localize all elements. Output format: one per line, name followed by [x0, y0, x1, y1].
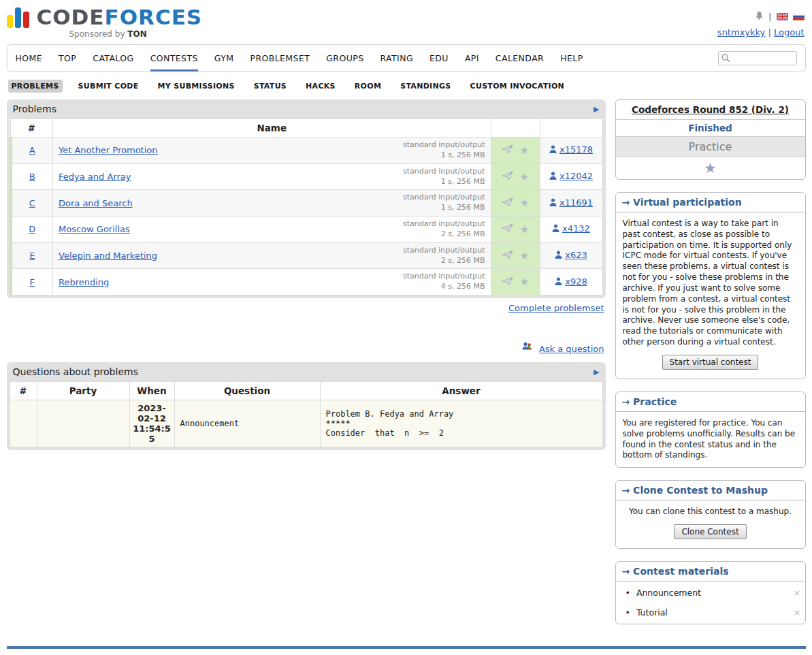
problem-name-link[interactable]: Yet Another Promotion: [59, 145, 157, 155]
col-header-actions: [491, 119, 540, 138]
person-icon: [555, 277, 562, 286]
problem-letter-link[interactable]: D: [29, 224, 35, 234]
logo-bars-icon: [7, 7, 29, 28]
favorite-star-icon[interactable]: ★: [520, 197, 529, 209]
nav-item-groups[interactable]: GROUPS: [326, 45, 363, 71]
nav-item-top[interactable]: TOP: [59, 45, 76, 71]
contest-materials-box: → Contest materials • Announcement × • T…: [615, 561, 806, 624]
search-box: [718, 51, 797, 65]
tab-standings[interactable]: STANDINGS: [397, 80, 454, 93]
codeforces-logo[interactable]: CODEFORCES Sponsored by TON: [7, 7, 203, 39]
problem-name-link[interactable]: Velepin and Marketing: [59, 251, 157, 261]
contest-subnav: PROBLEMS SUBMIT CODE MY SUBMISSIONS STAT…: [8, 80, 805, 93]
virtual-participation-box: → Virtual participation Virtual contest …: [615, 192, 806, 379]
favorite-star-icon[interactable]: ★: [520, 144, 529, 157]
nav-item-problemset[interactable]: PROBLEMSET: [250, 45, 310, 71]
contest-info-box: Codeforces Round 852 (Div. 2) Finished P…: [615, 99, 806, 180]
problems-expand-arrow-icon[interactable]: ▶: [594, 105, 599, 114]
separator: |: [768, 12, 771, 22]
close-icon[interactable]: ×: [794, 607, 801, 618]
contest-title-link[interactable]: Codeforces Round 852 (Div. 2): [632, 104, 789, 115]
favorite-star-icon[interactable]: ★: [520, 250, 529, 262]
person-icon: [552, 224, 559, 233]
nav-item-help[interactable]: HELP: [560, 45, 583, 71]
solved-count-link[interactable]: x15178: [549, 144, 593, 155]
username-link[interactable]: sntmxykky: [717, 27, 765, 37]
problem-letter-link[interactable]: C: [29, 198, 35, 208]
answer-text: Problem B. Fedya and Array ***** Conside…: [320, 400, 602, 447]
material-tutorial-link[interactable]: Tutorial: [636, 607, 668, 618]
bullet-icon: •: [626, 607, 630, 618]
problem-constraints: standard input/output2 s, 256 MB: [403, 246, 485, 266]
favorite-star-icon[interactable]: ★: [520, 223, 529, 236]
nav-item-home[interactable]: HOME: [16, 45, 43, 71]
submit-plane-icon[interactable]: [502, 276, 513, 288]
problem-constraints: standard input/output1 s, 256 MB: [403, 167, 485, 187]
questions-caption: Questions about problems: [13, 366, 138, 377]
person-icon: [555, 251, 562, 259]
questions-expand-arrow-icon[interactable]: ▶: [594, 368, 599, 377]
list-item: • Announcement ×: [624, 583, 802, 603]
problem-letter-link[interactable]: B: [29, 172, 35, 182]
problem-name-link[interactable]: Moscow Gorillas: [59, 224, 130, 234]
favorite-star-icon[interactable]: ★: [520, 171, 529, 183]
nav-item-catalog[interactable]: CATALOG: [93, 45, 133, 71]
ask-question-link[interactable]: Ask a question: [539, 344, 604, 354]
table-row: 2023-02-12 11:54:55 Announcement Problem…: [10, 400, 602, 447]
tab-hacks[interactable]: HACKS: [302, 80, 339, 93]
problem-name-link[interactable]: Dora and Search: [59, 198, 133, 208]
problem-letter-link[interactable]: E: [29, 251, 35, 261]
solved-count-link[interactable]: x623: [555, 250, 587, 260]
flag-ru-icon[interactable]: [793, 13, 805, 20]
contest-favorite-star-icon[interactable]: ★: [704, 160, 717, 176]
nav-item-api[interactable]: API: [465, 45, 479, 71]
nav-item-rating[interactable]: RATING: [380, 45, 413, 71]
header: CODEFORCES Sponsored by TON | sntmxykky …: [7, 4, 806, 44]
flag-en-icon[interactable]: [777, 13, 788, 20]
clone-contest-button[interactable]: Clone Contest: [674, 524, 746, 539]
problem-name-link[interactable]: Fedya and Array: [59, 172, 131, 182]
solved-count-link[interactable]: x11691: [549, 197, 593, 208]
nav-item-calendar[interactable]: CALENDAR: [496, 45, 544, 71]
list-item: • Tutorial ×: [624, 603, 802, 622]
main-nav: HOME TOP CATALOG CONTESTS GYM PROBLEMSET…: [7, 44, 806, 71]
solved-count-link[interactable]: x928: [555, 276, 587, 287]
table-row: E Velepin and Marketing standard input/o…: [11, 242, 603, 269]
start-virtual-contest-button[interactable]: Start virtual contest: [662, 355, 759, 370]
problem-constraints: standard input/output1 s, 256 MB: [403, 140, 485, 161]
submit-plane-icon[interactable]: [502, 250, 513, 261]
search-icon: [721, 53, 730, 65]
tab-problems[interactable]: PROBLEMS: [8, 80, 63, 93]
submit-plane-icon[interactable]: [502, 144, 513, 156]
nav-item-gym[interactable]: GYM: [214, 45, 234, 71]
problem-name-link[interactable]: Rebrending: [59, 277, 109, 287]
problem-letter-link[interactable]: A: [29, 145, 35, 155]
tab-room[interactable]: ROOM: [351, 80, 385, 93]
practice-box: → Practice You are registered for practi…: [615, 392, 806, 468]
tab-custom-invocation[interactable]: CUSTOM INVOCATION: [467, 80, 568, 93]
logout-link[interactable]: Logout: [774, 27, 805, 37]
nav-item-contests[interactable]: CONTESTS: [150, 45, 198, 71]
tab-status[interactable]: STATUS: [250, 80, 290, 93]
solved-count-link[interactable]: x4132: [552, 223, 590, 234]
problem-letter-link[interactable]: F: [30, 277, 35, 287]
question-text: Announcement: [174, 400, 320, 447]
col-header-answer: Answer: [320, 382, 602, 400]
favorite-star-icon[interactable]: ★: [520, 276, 529, 288]
col-header-when: When: [129, 382, 174, 400]
tab-my-submissions[interactable]: MY SUBMISSIONS: [155, 80, 238, 93]
bell-icon[interactable]: [755, 11, 764, 22]
complete-problemset-link[interactable]: Complete problemset: [508, 303, 604, 313]
submit-plane-icon[interactable]: [502, 223, 513, 235]
col-header-q-number: #: [10, 382, 37, 400]
submit-plane-icon[interactable]: [502, 197, 513, 209]
nav-item-edu[interactable]: EDU: [429, 45, 449, 71]
submit-plane-icon[interactable]: [502, 171, 513, 182]
close-icon[interactable]: ×: [794, 588, 801, 598]
solved-count-link[interactable]: x12042: [549, 171, 593, 181]
person-icon: [549, 172, 557, 180]
material-announcement-link[interactable]: Announcement: [636, 588, 701, 598]
person-icon: [549, 198, 557, 207]
bullet-icon: •: [626, 588, 630, 598]
tab-submit-code[interactable]: SUBMIT CODE: [75, 80, 142, 93]
